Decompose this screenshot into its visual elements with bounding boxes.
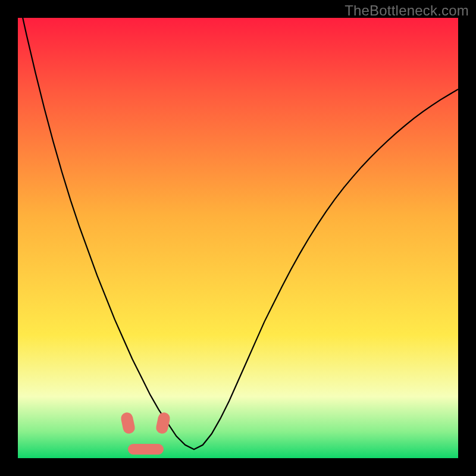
marker-bottom xyxy=(128,444,164,455)
chart-frame: TheBottleneck.com xyxy=(0,0,476,476)
curve-layer xyxy=(18,18,458,458)
bottleneck-curve xyxy=(18,18,458,449)
watermark-text: TheBottleneck.com xyxy=(345,2,469,19)
plot-area xyxy=(18,18,458,458)
